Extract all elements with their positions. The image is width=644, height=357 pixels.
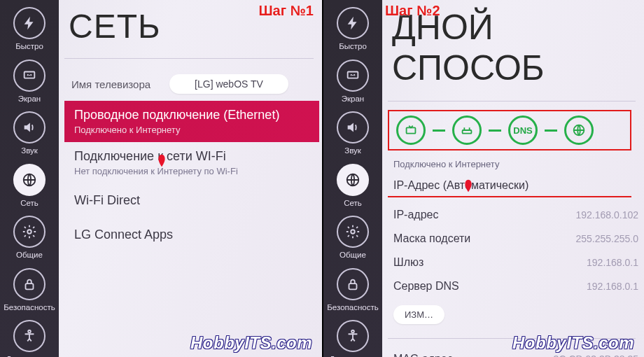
sidebar-item-label: Быстро bbox=[339, 43, 367, 51]
tv-name-row[interactable]: Имя телевизора [LG] webOS TV bbox=[64, 67, 322, 101]
divider bbox=[388, 101, 636, 102]
sidebar-item-access[interactable]: Доступность bbox=[327, 317, 379, 357]
wifi-subtitle: Нет подключения к Интернету по Wi-Fi bbox=[74, 166, 312, 176]
lock-icon bbox=[337, 268, 369, 300]
wifi-direct-title: Wi-Fi Direct bbox=[74, 193, 312, 208]
dns-value: 192.168.0.1 bbox=[587, 281, 638, 292]
gateway-label: Шлюз bbox=[393, 256, 587, 269]
svg-rect-8 bbox=[349, 284, 357, 289]
wired-connection-item[interactable]: Проводное подключение (Ethernet) Подключ… bbox=[64, 101, 319, 142]
ip-row: IP-адрес 192.168.0.102 bbox=[388, 203, 644, 227]
svg-rect-11 bbox=[463, 130, 472, 134]
sidebar-item-label: Быстро bbox=[15, 43, 43, 51]
sidebar: Быстро Экран Звук Сеть Общие bbox=[323, 0, 382, 357]
divider bbox=[64, 58, 314, 59]
watermark: HobbyITS.com bbox=[190, 333, 312, 353]
svg-rect-0 bbox=[24, 71, 35, 78]
panel-step1: Быстро Экран Звук Сеть Общие bbox=[0, 0, 322, 357]
bolt-icon bbox=[337, 7, 369, 39]
accessibility-icon bbox=[13, 320, 46, 352]
sidebar-item-general[interactable]: Общие bbox=[4, 213, 55, 264]
wifi-direct-item[interactable]: Wi-Fi Direct bbox=[64, 183, 322, 218]
lg-connect-title: LG Connect Apps bbox=[74, 227, 312, 242]
tv-name-label: Имя телевизора bbox=[71, 78, 169, 90]
bolt-icon bbox=[13, 7, 46, 39]
sidebar-item-label: Экран bbox=[18, 95, 41, 104]
mac-label: MAC-адрес bbox=[393, 353, 554, 357]
svg-point-4 bbox=[28, 330, 31, 333]
lg-connect-item[interactable]: LG Connect Apps bbox=[64, 218, 322, 252]
dns-row: Сервер DNS 192.168.0.1 bbox=[388, 274, 644, 298]
content-left: СЕТЬ Имя телевизора [LG] webOS TV Провод… bbox=[59, 0, 322, 357]
sidebar-item-sound[interactable]: Звук bbox=[327, 108, 379, 160]
mask-value: 255.255.255.0 bbox=[575, 233, 638, 244]
svg-point-2 bbox=[27, 230, 31, 234]
sidebar-item-label: Звук bbox=[21, 147, 38, 155]
wifi-title: Подключение к сети WI-Fi bbox=[74, 149, 312, 164]
gear-icon bbox=[13, 216, 46, 248]
ip-section-head[interactable]: IP-Адрес (Автоматически) bbox=[388, 179, 644, 196]
sidebar-item-security[interactable]: Безопасность bbox=[4, 265, 55, 316]
speaker-icon bbox=[337, 111, 369, 144]
router-icon bbox=[452, 115, 482, 145]
wired-subtitle: Подключено к Интернету bbox=[74, 125, 309, 135]
connection-status: Подключено к Интернету bbox=[388, 156, 644, 179]
wifi-connection-item[interactable]: Подключение к сети WI-Fi Нет подключения… bbox=[64, 142, 322, 183]
edit-button[interactable]: ИЗМ… bbox=[393, 305, 444, 324]
ip-label: IP-адрес bbox=[393, 209, 575, 221]
sidebar-item-quick[interactable]: Быстро bbox=[327, 4, 379, 55]
tv-icon bbox=[396, 115, 426, 145]
sidebar-item-general[interactable]: Общие bbox=[327, 213, 379, 264]
pointer-icon bbox=[461, 178, 476, 195]
sidebar-item-label: Сеть bbox=[20, 200, 38, 208]
mask-label: Маска подсети bbox=[393, 232, 575, 245]
gear-icon bbox=[337, 216, 369, 248]
mask-row: Маска подсети 255.255.255.0 bbox=[388, 227, 644, 251]
sidebar-item-access[interactable]: Доступность bbox=[4, 317, 55, 357]
sidebar-item-screen[interactable]: Экран bbox=[4, 57, 55, 108]
sidebar-item-network[interactable]: Сеть bbox=[4, 161, 55, 212]
sidebar-item-label: Общие bbox=[16, 251, 43, 260]
content-right: ДНОЙ СПОСОБ DNS Подключено к Интернету I… bbox=[382, 0, 644, 357]
sidebar-item-label: Общие bbox=[340, 251, 366, 260]
sidebar-item-sound[interactable]: Звук bbox=[4, 108, 55, 160]
ip-value: 192.168.0.102 bbox=[575, 209, 638, 220]
panel-step2: Быстро Экран Звук Сеть Общие bbox=[322, 0, 644, 357]
svg-point-9 bbox=[351, 330, 354, 333]
chain-line bbox=[489, 130, 501, 132]
sidebar-item-label: Сеть bbox=[344, 200, 362, 208]
sidebar-item-screen[interactable]: Экран bbox=[327, 57, 379, 108]
screen-icon bbox=[13, 59, 46, 92]
step-badge: Шаг №2 bbox=[385, 3, 440, 19]
sidebar-item-quick[interactable]: Быстро bbox=[4, 4, 55, 55]
gateway-row: Шлюз 192.168.0.1 bbox=[388, 251, 644, 274]
dns-icon: DNS bbox=[508, 115, 538, 145]
accessibility-icon bbox=[337, 320, 369, 352]
sidebar-item-network[interactable]: Сеть bbox=[327, 161, 379, 212]
wired-title: Проводное подключение (Ethernet) bbox=[74, 108, 309, 122]
sidebar-item-security[interactable]: Безопасность bbox=[327, 265, 379, 316]
internet-icon bbox=[564, 115, 594, 145]
pointer-icon bbox=[154, 153, 169, 169]
sidebar: Быстро Экран Звук Сеть Общие bbox=[0, 0, 59, 357]
globe-icon bbox=[13, 164, 46, 196]
svg-rect-5 bbox=[348, 71, 358, 78]
svg-rect-3 bbox=[26, 284, 34, 289]
step-badge: Шаг №1 bbox=[258, 3, 314, 19]
sidebar-item-label: Безопасность bbox=[4, 304, 55, 312]
sidebar-item-label: Звук bbox=[344, 147, 361, 155]
connection-chain: DNS bbox=[388, 110, 631, 150]
gateway-value: 192.168.0.1 bbox=[587, 257, 638, 268]
tv-name-value[interactable]: [LG] webOS TV bbox=[169, 74, 288, 94]
sidebar-item-label: Безопасность bbox=[327, 304, 378, 312]
watermark: HobbyITS.com bbox=[512, 333, 634, 353]
globe-icon bbox=[337, 164, 369, 196]
chain-line bbox=[433, 130, 445, 132]
svg-point-7 bbox=[351, 230, 355, 234]
chain-line bbox=[545, 130, 557, 132]
mac-value: 3C:CD:93:3B:38:35 bbox=[554, 354, 638, 357]
dns-label: Сервер DNS bbox=[393, 280, 587, 293]
screen-icon bbox=[337, 59, 369, 92]
sidebar-item-label: Экран bbox=[342, 95, 364, 104]
lock-icon bbox=[13, 268, 46, 300]
